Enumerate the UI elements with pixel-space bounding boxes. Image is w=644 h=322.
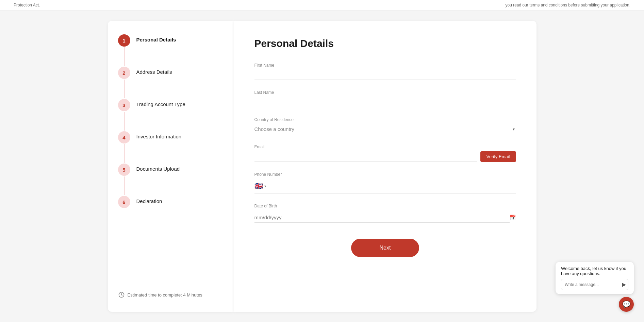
flag-selector[interactable]: 🇬🇧 ▾ <box>254 182 266 190</box>
step-line-1 <box>124 47 125 66</box>
step-connector-2: 2 <box>118 67 130 99</box>
first-name-label: First Name <box>254 63 516 68</box>
country-select-wrap: Choose a country United Kingdom United S… <box>254 124 516 134</box>
step-label-3: Trading Account Type <box>136 99 185 107</box>
flag-icon: 🇬🇧 <box>254 182 263 190</box>
last-name-label: Last Name <box>254 90 516 95</box>
step-list: 1 Personal Details 2 Address Details <box>118 34 224 281</box>
chat-input-row: ▶ <box>561 279 628 290</box>
form-title: Personal Details <box>254 38 516 49</box>
step-item-5[interactable]: 5 Documents Upload <box>118 164 224 196</box>
verify-email-button[interactable]: Verify Email <box>480 151 516 162</box>
step-item-4[interactable]: 4 Investor Information <box>118 131 224 164</box>
flag-dropdown-icon: ▾ <box>264 184 266 188</box>
step-connector-4: 4 <box>118 131 130 164</box>
dob-input[interactable] <box>254 213 510 223</box>
step-connector-5: 5 <box>118 164 130 196</box>
step-item-2[interactable]: 2 Address Details <box>118 67 224 99</box>
stepper-panel: 1 Personal Details 2 Address Details <box>108 21 234 312</box>
top-bar-left: Protection Act. <box>14 3 40 7</box>
chat-message-input[interactable] <box>561 280 619 289</box>
last-name-field: Last Name <box>254 90 516 107</box>
phone-input[interactable] <box>269 181 516 191</box>
calendar-icon[interactable]: 📅 <box>510 215 516 221</box>
chat-toggle-button[interactable]: 💬 <box>619 297 634 312</box>
chat-bubble: Welcome back, let us know if you have an… <box>556 262 634 294</box>
step-label-1: Personal Details <box>136 34 176 43</box>
top-bar-right: you read our terms and conditions before… <box>505 3 630 7</box>
step-connector-1: 1 <box>118 34 130 67</box>
step-circle-6: 6 <box>118 196 130 208</box>
phone-label: Phone Number <box>254 172 516 177</box>
step-circle-5: 5 <box>118 164 130 176</box>
phone-field: Phone Number 🇬🇧 ▾ <box>254 172 516 193</box>
step-item-1[interactable]: 1 Personal Details <box>118 34 224 67</box>
step-label-6: Declaration <box>136 196 162 204</box>
email-row: Verify Email <box>254 151 516 162</box>
estimated-time: Estimated time to complete: 4 Minutes <box>118 291 224 298</box>
last-name-input[interactable] <box>254 97 516 107</box>
dob-row: 📅 <box>254 210 516 225</box>
phone-row: 🇬🇧 ▾ <box>254 179 516 193</box>
step-connector-3: 3 <box>118 99 130 131</box>
clock-icon <box>118 291 125 298</box>
country-label: Country of Residence <box>254 117 516 122</box>
step-label-2: Address Details <box>136 67 172 75</box>
first-name-field: First Name <box>254 63 516 80</box>
step-circle-3: 3 <box>118 99 130 111</box>
step-circle-4: 4 <box>118 131 130 143</box>
step-circle-1: 1 <box>118 34 130 47</box>
chat-widget: Welcome back, let us know if you have an… <box>556 262 634 312</box>
step-line-5 <box>124 176 125 195</box>
email-label: Email <box>254 145 516 149</box>
chat-bubble-text: Welcome back, let us know if you have an… <box>561 266 628 276</box>
step-label-4: Investor Information <box>136 131 182 139</box>
chat-icon: 💬 <box>622 300 631 308</box>
email-input[interactable] <box>254 152 477 162</box>
form-panel: Personal Details First Name Last Name Co… <box>234 21 536 312</box>
step-line-2 <box>124 80 125 98</box>
step-line-3 <box>124 112 125 131</box>
step-item-6[interactable]: 6 Declaration <box>118 196 224 208</box>
country-field: Country of Residence Choose a country Un… <box>254 117 516 134</box>
send-icon: ▶ <box>622 282 626 287</box>
step-line-4 <box>124 144 125 163</box>
next-button[interactable]: Next <box>351 239 419 257</box>
main-container: 1 Personal Details 2 Address Details <box>101 11 543 322</box>
email-field: Email Verify Email <box>254 145 516 162</box>
chat-send-button[interactable]: ▶ <box>619 279 628 290</box>
step-connector-6: 6 <box>118 196 130 208</box>
dob-field: Date of Birth 📅 <box>254 204 516 225</box>
estimated-time-label: Estimated time to complete: 4 Minutes <box>128 292 202 298</box>
top-bar: Protection Act. you read our terms and c… <box>0 0 644 11</box>
step-label-5: Documents Upload <box>136 164 180 172</box>
country-select[interactable]: Choose a country United Kingdom United S… <box>254 124 516 134</box>
step-circle-2: 2 <box>118 67 130 79</box>
step-item-3[interactable]: 3 Trading Account Type <box>118 99 224 131</box>
dob-label: Date of Birth <box>254 204 516 208</box>
first-name-input[interactable] <box>254 70 516 80</box>
